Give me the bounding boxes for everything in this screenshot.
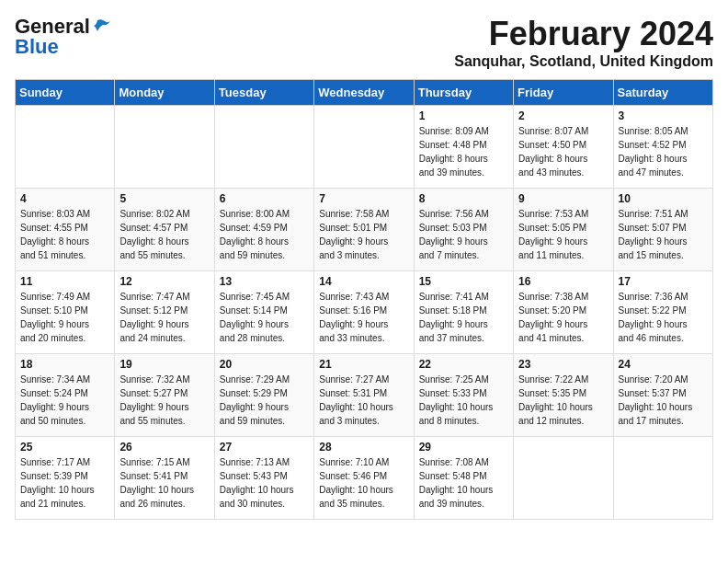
day-info: Sunrise: 7:27 AM Sunset: 5:31 PM Dayligh… [319, 373, 408, 428]
day-info: Sunrise: 8:02 AM Sunset: 4:57 PM Dayligh… [119, 207, 209, 262]
calendar-cell: 3Sunrise: 8:05 AM Sunset: 4:52 PM Daylig… [613, 106, 712, 189]
day-info: Sunrise: 7:15 AM Sunset: 5:41 PM Dayligh… [119, 455, 209, 511]
calendar-cell: 19Sunrise: 7:32 AM Sunset: 5:27 PM Dayli… [115, 354, 214, 437]
calendar-cell: 21Sunrise: 7:27 AM Sunset: 5:31 PM Dayli… [314, 354, 414, 437]
calendar-week-4: 18Sunrise: 7:34 AM Sunset: 5:24 PM Dayli… [16, 354, 713, 437]
day-number: 14 [319, 275, 408, 288]
calendar-cell: 14Sunrise: 7:43 AM Sunset: 5:16 PM Dayli… [314, 271, 414, 354]
day-number: 15 [419, 275, 508, 288]
calendar-cell: 7Sunrise: 7:58 AM Sunset: 5:01 PM Daylig… [314, 189, 414, 271]
calendar-cell [613, 437, 712, 520]
day-number: 11 [20, 275, 109, 288]
calendar-cell: 25Sunrise: 7:17 AM Sunset: 5:39 PM Dayli… [16, 437, 115, 520]
calendar-cell: 13Sunrise: 7:45 AM Sunset: 5:14 PM Dayli… [214, 271, 313, 354]
calendar-cell [214, 106, 313, 189]
day-info: Sunrise: 7:36 AM Sunset: 5:22 PM Dayligh… [619, 290, 708, 345]
calendar-table: SundayMondayTuesdayWednesdayThursdayFrid… [15, 79, 713, 520]
day-info: Sunrise: 7:20 AM Sunset: 5:37 PM Dayligh… [619, 373, 708, 428]
logo-blue: Blue [15, 35, 59, 59]
day-info: Sunrise: 7:08 AM Sunset: 5:48 PM Dayligh… [419, 455, 508, 511]
day-info: Sunrise: 8:09 AM Sunset: 4:48 PM Dayligh… [419, 124, 508, 179]
day-number: 25 [20, 441, 109, 454]
day-info: Sunrise: 7:49 AM Sunset: 5:10 PM Dayligh… [20, 290, 109, 345]
calendar-cell: 28Sunrise: 7:10 AM Sunset: 5:46 PM Dayli… [314, 437, 414, 520]
calendar-cell: 1Sunrise: 8:09 AM Sunset: 4:48 PM Daylig… [414, 106, 513, 189]
calendar-cell: 17Sunrise: 7:36 AM Sunset: 5:22 PM Dayli… [613, 271, 712, 354]
calendar-cell [115, 106, 214, 189]
calendar-body: 1Sunrise: 8:09 AM Sunset: 4:48 PM Daylig… [16, 106, 713, 520]
calendar-week-1: 1Sunrise: 8:09 AM Sunset: 4:48 PM Daylig… [16, 106, 713, 189]
day-info: Sunrise: 7:22 AM Sunset: 5:35 PM Dayligh… [518, 373, 608, 428]
calendar-cell [314, 106, 414, 189]
calendar-cell: 23Sunrise: 7:22 AM Sunset: 5:35 PM Dayli… [514, 354, 613, 437]
day-number: 17 [619, 275, 708, 288]
column-header-tuesday: Tuesday [214, 80, 313, 106]
calendar-cell: 29Sunrise: 7:08 AM Sunset: 5:48 PM Dayli… [414, 437, 513, 520]
day-info: Sunrise: 7:43 AM Sunset: 5:16 PM Dayligh… [319, 290, 408, 345]
day-number: 21 [319, 358, 408, 371]
calendar-week-2: 4Sunrise: 8:03 AM Sunset: 4:55 PM Daylig… [16, 189, 713, 271]
calendar-cell [514, 437, 613, 520]
page-title: February 2024 [454, 15, 713, 53]
column-header-wednesday: Wednesday [314, 80, 414, 106]
day-number: 22 [419, 358, 508, 371]
calendar-week-3: 11Sunrise: 7:49 AM Sunset: 5:10 PM Dayli… [16, 271, 713, 354]
calendar-cell: 8Sunrise: 7:56 AM Sunset: 5:03 PM Daylig… [414, 189, 513, 271]
day-number: 2 [518, 109, 608, 122]
calendar-cell: 18Sunrise: 7:34 AM Sunset: 5:24 PM Dayli… [16, 354, 115, 437]
calendar-header-row: SundayMondayTuesdayWednesdayThursdayFrid… [16, 80, 713, 106]
day-info: Sunrise: 7:38 AM Sunset: 5:20 PM Dayligh… [518, 290, 608, 345]
logo-bird-icon [92, 18, 112, 35]
calendar-cell: 26Sunrise: 7:15 AM Sunset: 5:41 PM Dayli… [115, 437, 214, 520]
day-info: Sunrise: 7:58 AM Sunset: 5:01 PM Dayligh… [319, 207, 408, 262]
calendar-cell: 22Sunrise: 7:25 AM Sunset: 5:33 PM Dayli… [414, 354, 513, 437]
day-info: Sunrise: 7:32 AM Sunset: 5:27 PM Dayligh… [119, 373, 209, 428]
day-number: 26 [119, 441, 209, 454]
day-number: 16 [518, 275, 608, 288]
day-info: Sunrise: 8:03 AM Sunset: 4:55 PM Dayligh… [20, 207, 109, 262]
day-info: Sunrise: 7:47 AM Sunset: 5:12 PM Dayligh… [119, 290, 209, 345]
day-info: Sunrise: 7:10 AM Sunset: 5:46 PM Dayligh… [319, 455, 408, 511]
calendar-cell: 4Sunrise: 8:03 AM Sunset: 4:55 PM Daylig… [16, 189, 115, 271]
day-number: 7 [319, 192, 408, 205]
page-subtitle: Sanquhar, Scotland, United Kingdom [454, 53, 713, 70]
day-info: Sunrise: 8:00 AM Sunset: 4:59 PM Dayligh… [220, 207, 309, 262]
column-header-friday: Friday [514, 80, 613, 106]
day-number: 19 [119, 358, 209, 371]
day-info: Sunrise: 7:41 AM Sunset: 5:18 PM Dayligh… [419, 290, 508, 345]
header: General Blue February 2024 Sanquhar, Sco… [15, 15, 713, 70]
calendar-cell: 2Sunrise: 8:07 AM Sunset: 4:50 PM Daylig… [514, 106, 613, 189]
calendar-cell: 12Sunrise: 7:47 AM Sunset: 5:12 PM Dayli… [115, 271, 214, 354]
day-number: 23 [518, 358, 608, 371]
day-info: Sunrise: 7:51 AM Sunset: 5:07 PM Dayligh… [619, 207, 708, 262]
day-number: 29 [419, 441, 508, 454]
day-info: Sunrise: 7:34 AM Sunset: 5:24 PM Dayligh… [20, 373, 109, 428]
day-number: 3 [619, 109, 708, 122]
day-number: 27 [220, 441, 309, 454]
calendar-cell: 9Sunrise: 7:53 AM Sunset: 5:05 PM Daylig… [514, 189, 613, 271]
day-number: 28 [319, 441, 408, 454]
calendar-cell [16, 106, 115, 189]
day-info: Sunrise: 7:45 AM Sunset: 5:14 PM Dayligh… [220, 290, 309, 345]
day-info: Sunrise: 7:29 AM Sunset: 5:29 PM Dayligh… [220, 373, 309, 428]
calendar-cell: 27Sunrise: 7:13 AM Sunset: 5:43 PM Dayli… [214, 437, 313, 520]
day-number: 13 [220, 275, 309, 288]
day-info: Sunrise: 7:17 AM Sunset: 5:39 PM Dayligh… [20, 455, 109, 511]
calendar-cell: 5Sunrise: 8:02 AM Sunset: 4:57 PM Daylig… [115, 189, 214, 271]
day-number: 18 [20, 358, 109, 371]
day-info: Sunrise: 7:53 AM Sunset: 5:05 PM Dayligh… [518, 207, 608, 262]
column-header-thursday: Thursday [414, 80, 513, 106]
day-number: 9 [518, 192, 608, 205]
calendar-cell: 16Sunrise: 7:38 AM Sunset: 5:20 PM Dayli… [514, 271, 613, 354]
day-info: Sunrise: 7:25 AM Sunset: 5:33 PM Dayligh… [419, 373, 508, 428]
day-number: 20 [220, 358, 309, 371]
calendar-cell: 10Sunrise: 7:51 AM Sunset: 5:07 PM Dayli… [613, 189, 712, 271]
calendar-cell: 20Sunrise: 7:29 AM Sunset: 5:29 PM Dayli… [214, 354, 313, 437]
calendar-cell: 24Sunrise: 7:20 AM Sunset: 5:37 PM Dayli… [613, 354, 712, 437]
day-number: 1 [419, 109, 508, 122]
logo: General Blue [15, 15, 112, 59]
day-number: 24 [619, 358, 708, 371]
calendar-week-5: 25Sunrise: 7:17 AM Sunset: 5:39 PM Dayli… [16, 437, 713, 520]
column-header-monday: Monday [115, 80, 214, 106]
calendar-cell: 15Sunrise: 7:41 AM Sunset: 5:18 PM Dayli… [414, 271, 513, 354]
